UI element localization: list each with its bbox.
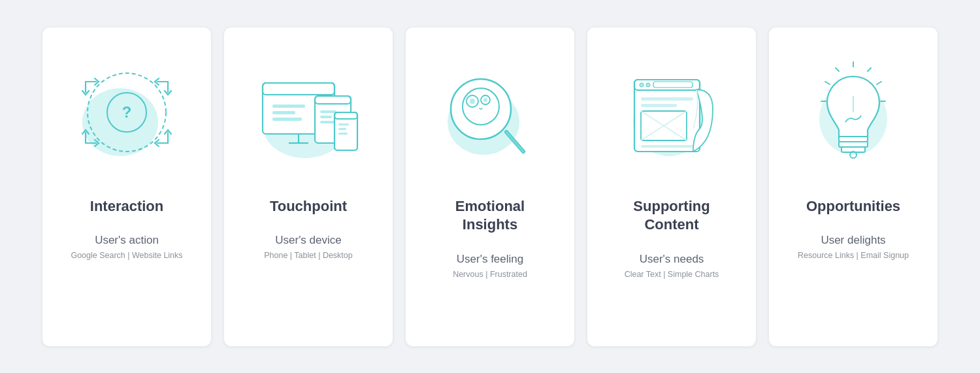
interaction-subtitle: User's action: [95, 234, 159, 247]
svg-rect-53: [839, 137, 868, 142]
interaction-title: Interaction: [90, 197, 163, 216]
svg-rect-27: [338, 123, 349, 125]
card-opportunities: Opportunities User delights Resource Lin…: [768, 27, 938, 347]
emotional-insights-icon-area: [419, 47, 561, 178]
svg-rect-17: [272, 118, 302, 121]
opportunities-title: Opportunities: [806, 197, 900, 216]
emotional-insights-subtitle: User's feeling: [457, 253, 523, 266]
emotional-insights-detail: Nervous | Frustrated: [453, 270, 527, 279]
svg-point-42: [640, 83, 644, 87]
interaction-detail: Google Search | Website Links: [71, 251, 182, 260]
svg-rect-28: [338, 128, 346, 130]
interaction-icon-area: ?: [56, 47, 198, 178]
card-supporting-content: Supporting Content User's needs Clear Te…: [587, 27, 757, 347]
supporting-content-detail: Clear Text | Simple Charts: [625, 270, 719, 279]
card-touchpoint: Touchpoint User's device Phone | Tablet …: [223, 27, 393, 347]
cards-container: ?: [0, 7, 980, 366]
card-emotional-insights: Emotional Insights User's feeling Nervou…: [405, 27, 575, 347]
svg-line-58: [868, 68, 871, 71]
svg-rect-25: [335, 112, 357, 150]
svg-point-36: [483, 98, 487, 102]
svg-line-60: [836, 68, 839, 71]
svg-rect-22: [320, 110, 336, 113]
svg-rect-16: [272, 111, 295, 114]
svg-rect-54: [839, 142, 868, 147]
opportunities-icon-area: [782, 47, 924, 178]
svg-rect-15: [272, 105, 305, 108]
card-interaction: ?: [42, 27, 212, 347]
svg-point-34: [470, 99, 475, 104]
svg-rect-50: [641, 145, 693, 148]
svg-line-61: [825, 82, 830, 84]
svg-rect-46: [641, 104, 677, 107]
svg-line-59: [877, 82, 881, 84]
svg-rect-23: [320, 116, 332, 118]
svg-rect-24: [320, 121, 335, 123]
svg-rect-29: [338, 133, 348, 135]
supporting-content-subtitle: User's needs: [640, 253, 704, 266]
supporting-content-title: Supporting Content: [633, 197, 710, 235]
touchpoint-detail: Phone | Tablet | Desktop: [264, 251, 353, 260]
opportunities-detail: Resource Links | Email Signup: [798, 251, 909, 260]
opportunities-subtitle: User delights: [821, 234, 885, 247]
svg-point-43: [646, 83, 650, 87]
emotional-insights-title: Emotional Insights: [455, 197, 525, 235]
touchpoint-subtitle: User's device: [275, 234, 342, 247]
supporting-content-icon-area: [600, 47, 743, 178]
svg-text:?: ?: [122, 103, 132, 121]
touchpoint-icon-area: [237, 47, 380, 178]
touchpoint-title: Touchpoint: [270, 197, 347, 216]
svg-rect-45: [641, 97, 693, 101]
